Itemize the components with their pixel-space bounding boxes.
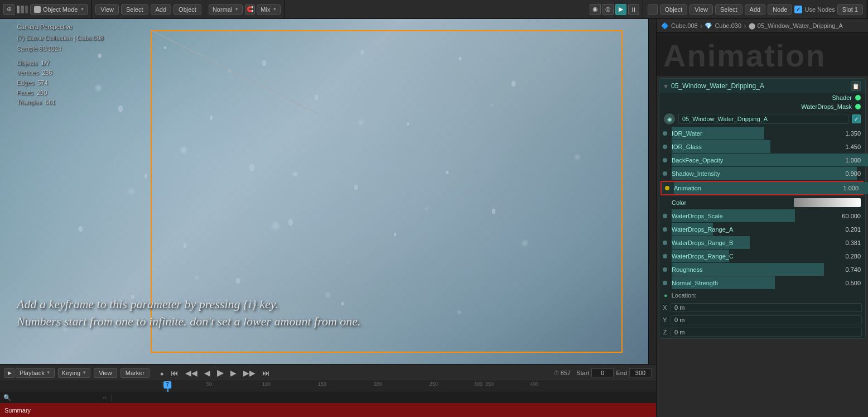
snap-icon[interactable]: 🧲 bbox=[245, 4, 255, 15]
prev-keyframe[interactable]: ◀◀ bbox=[183, 367, 200, 378]
viewport-scrollbar[interactable] bbox=[648, 19, 656, 364]
location-z-row: Z bbox=[659, 326, 865, 338]
prop-label-8: WaterDrops_Range_C bbox=[671, 253, 837, 260]
shader-dot bbox=[855, 95, 861, 100]
play-btn[interactable]: ▶ bbox=[215, 366, 226, 379]
prop-row-shadow[interactable]: Shadow_Intensity 0.900 bbox=[659, 167, 865, 180]
mat-use-checkbox[interactable]: ✓ bbox=[852, 114, 861, 123]
viewport-shading-section: ◉ ◎ ▶ ⏸ bbox=[586, 0, 643, 18]
prop-row-roughness[interactable]: Roughness 0.740 bbox=[659, 263, 865, 276]
prop-row-range-a[interactable]: WaterDrops_Range_A 0.201 bbox=[659, 223, 865, 236]
y-axis: Y bbox=[659, 317, 671, 323]
triangles-row: Triangles 561 bbox=[17, 98, 104, 108]
prop-row-range-c[interactable]: WaterDrops_Range_C 0.280 bbox=[659, 250, 865, 263]
next-keyframe[interactable]: ▶▶ bbox=[241, 367, 258, 378]
breadcrumb-object-icon: 🔷 bbox=[661, 22, 669, 30]
view-timeline-btn[interactable]: View bbox=[94, 368, 117, 378]
node-btn-right[interactable]: Node bbox=[768, 4, 792, 15]
prop-row-backface[interactable]: BackFace_Opacity 1.000 bbox=[659, 154, 865, 167]
color-swatch[interactable] bbox=[794, 198, 861, 207]
jump-to-end[interactable]: ⏭ bbox=[260, 367, 272, 378]
view-btn-right[interactable]: View bbox=[689, 4, 713, 15]
collapse-arrow[interactable]: ▾ bbox=[664, 82, 668, 90]
object-btn-right[interactable]: Object bbox=[660, 4, 688, 15]
add-btn-right[interactable]: Add bbox=[745, 4, 766, 15]
transform-orientation[interactable]: Normal ▼ bbox=[209, 4, 243, 15]
prop-row-ior-glass[interactable]: IOR_Glass 1.450 bbox=[659, 140, 865, 154]
summary-bar: Summary bbox=[0, 403, 656, 417]
playback-dropdown[interactable]: Playback ▼ bbox=[16, 368, 55, 378]
keying-dropdown[interactable]: Keying ▼ bbox=[58, 368, 91, 378]
arrow-icon: ↔ bbox=[102, 394, 108, 401]
cursor-tool[interactable]: ⊕ bbox=[3, 4, 15, 15]
playback-section: ▶ Playback ▼ bbox=[4, 368, 55, 378]
location-z-input[interactable] bbox=[671, 328, 862, 337]
material-save-btn[interactable]: 📋 bbox=[851, 81, 861, 91]
viewport[interactable]: Camera Perspective (7) Scene Collection … bbox=[0, 19, 656, 364]
end-label: End bbox=[616, 370, 627, 376]
prop-row-normal[interactable]: Normal_Strength 0.500 bbox=[659, 276, 865, 290]
location-y-input[interactable] bbox=[671, 315, 862, 324]
object-menu-btn[interactable]: Object bbox=[173, 4, 201, 15]
playback-controls: ⬥ ⏮ ◀◀ ◀ ▶ ▶ ▶▶ ⏭ bbox=[157, 366, 272, 379]
prop-dot-2 bbox=[663, 158, 667, 162]
prop-label-anim: Animation bbox=[673, 185, 835, 191]
slot-btn[interactable]: Slot 1 bbox=[837, 4, 863, 15]
breadcrumb-cube030[interactable]: Cube.030 bbox=[715, 22, 741, 29]
prop-label-10: Normal_Strength bbox=[671, 280, 837, 286]
select-menu-btn[interactable]: Select bbox=[121, 4, 148, 15]
overlay-text: Add a keyframe to this parameter by pres… bbox=[17, 296, 645, 330]
mix-dropdown[interactable]: Mix ▼ bbox=[257, 4, 281, 15]
waterdrops-mask-dot bbox=[855, 104, 861, 109]
prop-row-animation[interactable]: Animation 1.000 bbox=[660, 181, 864, 195]
prev-frame[interactable]: ◀ bbox=[202, 367, 213, 378]
prop-label-2: BackFace_Opacity bbox=[671, 157, 837, 164]
viewport-shading-solid[interactable]: ◉ bbox=[590, 4, 601, 15]
location-dot: ● bbox=[664, 292, 668, 299]
search-icon: 🔍 bbox=[3, 394, 11, 401]
view-menu-btn[interactable]: View bbox=[95, 4, 119, 15]
material-panel: ▾ 05_Window_Water_Dripping_A 📋 Shader Wa… bbox=[659, 78, 866, 339]
timeline-search-input[interactable] bbox=[13, 394, 102, 401]
select-btn-right[interactable]: Select bbox=[715, 4, 742, 15]
top-toolbar: ⊕ Object Mode ▼ View Select Add Object N… bbox=[0, 0, 868, 19]
key-icon[interactable]: ⬥ bbox=[157, 367, 166, 378]
next-frame[interactable]: ▶ bbox=[228, 367, 239, 378]
jump-to-start[interactable]: ⏮ bbox=[168, 367, 181, 378]
pause-btn[interactable]: ⏸ bbox=[628, 4, 639, 15]
breadcrumb-material-icon: ⬤ bbox=[749, 22, 755, 30]
add-menu-btn[interactable]: Add bbox=[151, 4, 172, 15]
use-nodes-checkbox[interactable]: ✓ bbox=[794, 6, 802, 13]
end-input[interactable] bbox=[629, 368, 652, 377]
location-x-row: X bbox=[659, 301, 865, 314]
playback-icon[interactable]: ▶ bbox=[4, 368, 15, 378]
render-btn[interactable]: ▶ bbox=[615, 4, 626, 15]
material-title: 05_Window_Water_Dripping_A bbox=[671, 82, 847, 90]
vertices-row: Vertices 286 bbox=[17, 68, 104, 78]
objects-row: Objects 1/7 bbox=[17, 59, 104, 69]
timeline-area: ▶ Playback ▼ Keying ▼ View Marker ⬥ ⏮ ◀◀… bbox=[0, 364, 656, 417]
breadcrumb-material[interactable]: 05_Window_Water_Dripping_A bbox=[758, 22, 843, 29]
node-editor-icon[interactable] bbox=[648, 4, 658, 15]
location-label: Location: bbox=[672, 292, 697, 299]
viewport-shading-rendered[interactable]: ◎ bbox=[602, 4, 614, 15]
object-mode-dropdown[interactable]: Object Mode ▼ bbox=[30, 4, 88, 15]
prop-dot-anim bbox=[665, 186, 669, 190]
prop-row-range-b[interactable]: WaterDrops_Range_B 0.381 bbox=[659, 236, 865, 250]
material-header: ▾ 05_Window_Water_Dripping_A 📋 bbox=[659, 79, 865, 93]
use-nodes-toggle[interactable]: ✓ Use Nodes bbox=[794, 6, 835, 13]
prop-dot-6 bbox=[663, 227, 667, 232]
breadcrumb-cube008[interactable]: Cube.008 bbox=[671, 22, 698, 29]
prop-row-scale[interactable]: WaterDrops_Scale 60.000 bbox=[659, 209, 865, 223]
start-input[interactable] bbox=[591, 368, 614, 377]
marker-btn[interactable]: Marker bbox=[120, 368, 150, 378]
mat-selector-name[interactable]: 05_Window_Water_Dripping_A bbox=[678, 114, 848, 124]
prop-value-3: 0.900 bbox=[837, 170, 865, 177]
mat-icon[interactable]: ◉ bbox=[664, 113, 675, 124]
prop-value-0: 1.350 bbox=[837, 130, 865, 137]
prop-row-ior-water[interactable]: IOR_Water 1.350 bbox=[659, 127, 865, 140]
location-x-input[interactable] bbox=[671, 303, 862, 312]
frame-range: Start End bbox=[576, 368, 652, 377]
tick-250: 250 bbox=[430, 381, 438, 387]
summary-label: Summary bbox=[4, 407, 31, 414]
